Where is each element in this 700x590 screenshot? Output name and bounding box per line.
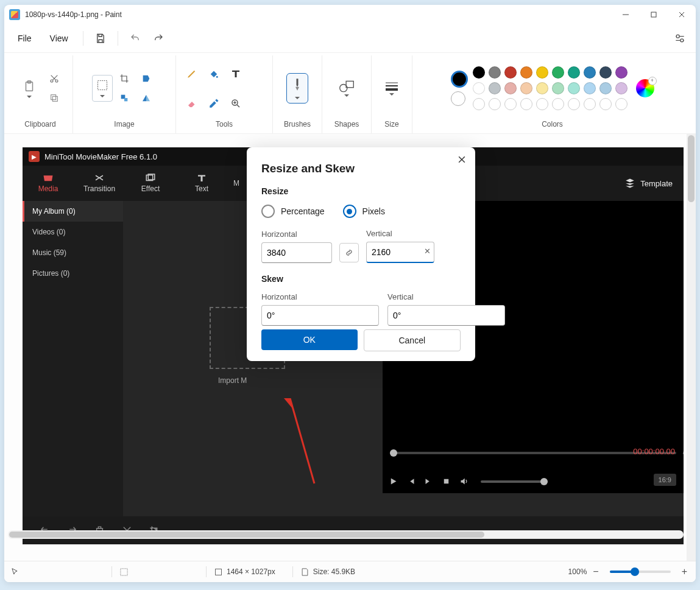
vertical-scrollbar[interactable] bbox=[687, 134, 696, 561]
color-swatch-empty[interactable] bbox=[520, 98, 532, 110]
volume-slider[interactable] bbox=[481, 480, 548, 483]
color-swatch[interactable] bbox=[568, 66, 580, 79]
minimize-button[interactable] bbox=[612, 5, 640, 24]
color-swatch-empty[interactable] bbox=[536, 98, 548, 110]
color-swatch[interactable] bbox=[489, 66, 501, 79]
color-swatch-empty[interactable] bbox=[552, 98, 564, 110]
color-swatch-empty[interactable] bbox=[568, 98, 580, 110]
color-swatch[interactable] bbox=[552, 82, 564, 94]
color-swatch[interactable] bbox=[536, 82, 548, 94]
group-brushes-label: Brushes bbox=[284, 120, 311, 131]
save-button[interactable] bbox=[91, 29, 110, 48]
crop-button[interactable] bbox=[114, 69, 135, 88]
color-swatch-empty[interactable] bbox=[473, 98, 485, 110]
copy-button[interactable] bbox=[44, 89, 65, 107]
zoom-slider[interactable] bbox=[610, 571, 671, 573]
tab-text[interactable]: Text bbox=[176, 166, 227, 201]
volume-button[interactable] bbox=[459, 477, 468, 486]
dialog-title: Resize and Skew bbox=[261, 162, 461, 175]
play-button[interactable] bbox=[389, 477, 398, 486]
stop-button[interactable] bbox=[442, 477, 451, 486]
tab-media[interactable]: Media bbox=[23, 166, 74, 201]
pencil-tool[interactable] bbox=[182, 65, 202, 83]
color-swatch-empty[interactable] bbox=[504, 98, 517, 110]
skew-h-label: Horizontal bbox=[261, 292, 379, 301]
tab-effect[interactable]: Effect bbox=[125, 166, 176, 201]
shapes-dropdown[interactable] bbox=[333, 68, 360, 109]
color-swatch[interactable] bbox=[489, 82, 501, 94]
size-dropdown[interactable] bbox=[378, 68, 405, 109]
sidebar-item-album[interactable]: My Album (0) bbox=[23, 201, 123, 222]
color-swatch[interactable] bbox=[599, 82, 612, 94]
color-swatch-empty[interactable] bbox=[489, 98, 501, 110]
sidebar-item-music[interactable]: Music (59) bbox=[23, 242, 123, 263]
svg-rect-18 bbox=[444, 479, 449, 484]
settings-icon[interactable] bbox=[670, 29, 690, 48]
color-swatch[interactable] bbox=[584, 82, 596, 94]
menu-file[interactable]: File bbox=[10, 30, 39, 47]
rotate-button[interactable] bbox=[136, 69, 157, 88]
flip-button[interactable] bbox=[136, 89, 157, 107]
resize-button[interactable] bbox=[114, 89, 135, 107]
color-swatch[interactable] bbox=[504, 66, 517, 79]
skew-h-input[interactable] bbox=[261, 305, 379, 326]
maximize-button[interactable] bbox=[640, 5, 668, 24]
color-swatch[interactable] bbox=[568, 82, 580, 94]
link-aspect-button[interactable] bbox=[339, 243, 359, 262]
text-tool[interactable] bbox=[225, 65, 246, 83]
redo-button[interactable] bbox=[149, 29, 168, 48]
color-swatch-empty[interactable] bbox=[584, 98, 596, 110]
horizontal-input[interactable] bbox=[261, 242, 332, 263]
close-button[interactable] bbox=[668, 5, 696, 24]
tab-transition[interactable]: Transition bbox=[74, 166, 125, 201]
aspect-ratio[interactable]: 16:9 bbox=[654, 474, 676, 486]
radio-pixels[interactable]: Pixels bbox=[343, 205, 385, 218]
ok-button[interactable]: OK bbox=[261, 329, 358, 350]
prev-button[interactable] bbox=[406, 477, 415, 486]
color-swatch[interactable] bbox=[520, 82, 532, 94]
paste-button[interactable] bbox=[16, 68, 43, 109]
template-button[interactable]: Template bbox=[624, 166, 684, 201]
color-swatch[interactable] bbox=[536, 66, 548, 79]
radio-percentage[interactable]: Percentage bbox=[261, 205, 325, 218]
zoom-out-button[interactable]: − bbox=[590, 566, 601, 577]
color-swatch[interactable] bbox=[552, 66, 564, 79]
color-swatch-empty[interactable] bbox=[615, 98, 628, 110]
eraser-tool[interactable] bbox=[182, 94, 202, 113]
fill-tool[interactable] bbox=[203, 65, 224, 83]
svg-rect-11 bbox=[124, 98, 127, 101]
undo-button[interactable] bbox=[126, 29, 145, 48]
dialog-close-button[interactable] bbox=[456, 153, 468, 166]
select-tool[interactable] bbox=[92, 75, 113, 102]
horizontal-scrollbar[interactable] bbox=[8, 530, 684, 539]
sidebar-item-videos[interactable]: Videos (0) bbox=[23, 222, 123, 242]
dimensions-value: 1464 × 1027px bbox=[227, 567, 275, 576]
clear-input-button[interactable]: ✕ bbox=[424, 247, 431, 256]
color-swatch[interactable] bbox=[520, 66, 532, 79]
cut-button[interactable] bbox=[44, 69, 65, 88]
tab-more[interactable]: M bbox=[227, 166, 246, 201]
color-swatch[interactable] bbox=[584, 66, 596, 79]
color1-button[interactable] bbox=[451, 71, 468, 88]
sidebar-item-pictures[interactable]: Pictures (0) bbox=[23, 263, 123, 284]
cancel-button[interactable]: Cancel bbox=[364, 329, 461, 351]
color-swatch[interactable] bbox=[615, 66, 628, 79]
zoom-tool[interactable] bbox=[225, 94, 246, 113]
zoom-value: 100% bbox=[568, 567, 587, 576]
color-swatch[interactable] bbox=[615, 82, 628, 94]
menu-view[interactable]: View bbox=[43, 30, 76, 47]
zoom-in-button[interactable]: + bbox=[679, 566, 690, 577]
color-swatch[interactable] bbox=[599, 66, 612, 79]
embedded-title: MiniTool MovieMaker Free 6.1.0 bbox=[44, 152, 157, 161]
edit-colors-button[interactable] bbox=[636, 79, 654, 97]
brushes-dropdown[interactable] bbox=[286, 73, 308, 104]
filesize-icon bbox=[300, 567, 309, 577]
color-swatch[interactable] bbox=[504, 82, 517, 94]
color-swatch[interactable] bbox=[473, 82, 485, 94]
color2-button[interactable] bbox=[451, 91, 465, 106]
picker-tool[interactable] bbox=[203, 94, 224, 113]
next-button[interactable] bbox=[424, 477, 433, 486]
skew-v-input[interactable] bbox=[387, 305, 505, 326]
color-swatch[interactable] bbox=[473, 66, 485, 79]
color-swatch-empty[interactable] bbox=[599, 98, 612, 110]
